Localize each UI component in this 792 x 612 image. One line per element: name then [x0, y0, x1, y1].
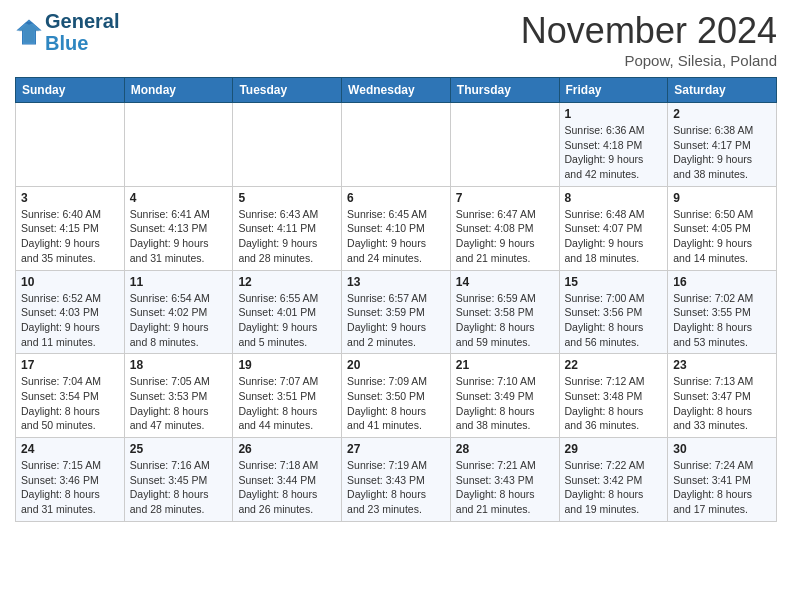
calendar-cell: 25Sunrise: 7:16 AM Sunset: 3:45 PM Dayli…	[124, 438, 233, 522]
day-info: Sunrise: 7:09 AM Sunset: 3:50 PM Dayligh…	[347, 374, 445, 433]
day-number: 6	[347, 191, 445, 205]
calendar-cell: 20Sunrise: 7:09 AM Sunset: 3:50 PM Dayli…	[342, 354, 451, 438]
location: Popow, Silesia, Poland	[521, 52, 777, 69]
day-number: 12	[238, 275, 336, 289]
day-number: 18	[130, 358, 228, 372]
calendar-cell: 19Sunrise: 7:07 AM Sunset: 3:51 PM Dayli…	[233, 354, 342, 438]
header: General Blue November 2024 Popow, Silesi…	[15, 10, 777, 69]
day-info: Sunrise: 7:00 AM Sunset: 3:56 PM Dayligh…	[565, 291, 663, 350]
day-info: Sunrise: 6:47 AM Sunset: 4:08 PM Dayligh…	[456, 207, 554, 266]
logo-icon	[15, 18, 43, 46]
calendar-cell: 10Sunrise: 6:52 AM Sunset: 4:03 PM Dayli…	[16, 270, 125, 354]
calendar-cell: 29Sunrise: 7:22 AM Sunset: 3:42 PM Dayli…	[559, 438, 668, 522]
calendar-cell: 27Sunrise: 7:19 AM Sunset: 3:43 PM Dayli…	[342, 438, 451, 522]
logo: General Blue	[15, 10, 119, 54]
day-info: Sunrise: 6:45 AM Sunset: 4:10 PM Dayligh…	[347, 207, 445, 266]
day-info: Sunrise: 7:13 AM Sunset: 3:47 PM Dayligh…	[673, 374, 771, 433]
header-cell-tuesday: Tuesday	[233, 78, 342, 103]
day-number: 8	[565, 191, 663, 205]
day-number: 25	[130, 442, 228, 456]
header-cell-saturday: Saturday	[668, 78, 777, 103]
calendar-cell	[450, 103, 559, 187]
calendar-cell	[342, 103, 451, 187]
day-number: 7	[456, 191, 554, 205]
calendar-cell: 17Sunrise: 7:04 AM Sunset: 3:54 PM Dayli…	[16, 354, 125, 438]
month-title: November 2024	[521, 10, 777, 52]
calendar-body: 1Sunrise: 6:36 AM Sunset: 4:18 PM Daylig…	[16, 103, 777, 522]
calendar-cell: 13Sunrise: 6:57 AM Sunset: 3:59 PM Dayli…	[342, 270, 451, 354]
logo-line2: Blue	[45, 32, 119, 54]
day-info: Sunrise: 6:40 AM Sunset: 4:15 PM Dayligh…	[21, 207, 119, 266]
day-info: Sunrise: 7:16 AM Sunset: 3:45 PM Dayligh…	[130, 458, 228, 517]
day-number: 3	[21, 191, 119, 205]
day-info: Sunrise: 6:48 AM Sunset: 4:07 PM Dayligh…	[565, 207, 663, 266]
calendar-cell: 23Sunrise: 7:13 AM Sunset: 3:47 PM Dayli…	[668, 354, 777, 438]
calendar-cell: 18Sunrise: 7:05 AM Sunset: 3:53 PM Dayli…	[124, 354, 233, 438]
day-info: Sunrise: 7:04 AM Sunset: 3:54 PM Dayligh…	[21, 374, 119, 433]
day-info: Sunrise: 7:15 AM Sunset: 3:46 PM Dayligh…	[21, 458, 119, 517]
logo-text-block: General Blue	[45, 10, 119, 54]
header-cell-friday: Friday	[559, 78, 668, 103]
day-info: Sunrise: 6:54 AM Sunset: 4:02 PM Dayligh…	[130, 291, 228, 350]
day-info: Sunrise: 6:55 AM Sunset: 4:01 PM Dayligh…	[238, 291, 336, 350]
calendar-cell: 7Sunrise: 6:47 AM Sunset: 4:08 PM Daylig…	[450, 186, 559, 270]
calendar-week-2: 3Sunrise: 6:40 AM Sunset: 4:15 PM Daylig…	[16, 186, 777, 270]
day-number: 10	[21, 275, 119, 289]
calendar-cell: 12Sunrise: 6:55 AM Sunset: 4:01 PM Dayli…	[233, 270, 342, 354]
header-row: SundayMondayTuesdayWednesdayThursdayFrid…	[16, 78, 777, 103]
calendar-week-1: 1Sunrise: 6:36 AM Sunset: 4:18 PM Daylig…	[16, 103, 777, 187]
day-number: 14	[456, 275, 554, 289]
logo-line1: General	[45, 10, 119, 32]
day-info: Sunrise: 7:10 AM Sunset: 3:49 PM Dayligh…	[456, 374, 554, 433]
calendar-cell	[233, 103, 342, 187]
day-info: Sunrise: 7:19 AM Sunset: 3:43 PM Dayligh…	[347, 458, 445, 517]
day-info: Sunrise: 6:57 AM Sunset: 3:59 PM Dayligh…	[347, 291, 445, 350]
calendar-cell: 11Sunrise: 6:54 AM Sunset: 4:02 PM Dayli…	[124, 270, 233, 354]
day-number: 28	[456, 442, 554, 456]
calendar-week-4: 17Sunrise: 7:04 AM Sunset: 3:54 PM Dayli…	[16, 354, 777, 438]
day-info: Sunrise: 6:36 AM Sunset: 4:18 PM Dayligh…	[565, 123, 663, 182]
day-number: 15	[565, 275, 663, 289]
day-number: 23	[673, 358, 771, 372]
calendar-cell: 5Sunrise: 6:43 AM Sunset: 4:11 PM Daylig…	[233, 186, 342, 270]
day-number: 20	[347, 358, 445, 372]
day-info: Sunrise: 7:05 AM Sunset: 3:53 PM Dayligh…	[130, 374, 228, 433]
day-number: 26	[238, 442, 336, 456]
day-info: Sunrise: 7:07 AM Sunset: 3:51 PM Dayligh…	[238, 374, 336, 433]
day-number: 29	[565, 442, 663, 456]
calendar-cell: 16Sunrise: 7:02 AM Sunset: 3:55 PM Dayli…	[668, 270, 777, 354]
calendar-week-5: 24Sunrise: 7:15 AM Sunset: 3:46 PM Dayli…	[16, 438, 777, 522]
calendar-cell: 4Sunrise: 6:41 AM Sunset: 4:13 PM Daylig…	[124, 186, 233, 270]
calendar-cell: 30Sunrise: 7:24 AM Sunset: 3:41 PM Dayli…	[668, 438, 777, 522]
calendar-cell: 26Sunrise: 7:18 AM Sunset: 3:44 PM Dayli…	[233, 438, 342, 522]
calendar-week-3: 10Sunrise: 6:52 AM Sunset: 4:03 PM Dayli…	[16, 270, 777, 354]
day-number: 24	[21, 442, 119, 456]
day-number: 22	[565, 358, 663, 372]
day-number: 21	[456, 358, 554, 372]
calendar-cell: 3Sunrise: 6:40 AM Sunset: 4:15 PM Daylig…	[16, 186, 125, 270]
day-number: 17	[21, 358, 119, 372]
day-number: 2	[673, 107, 771, 121]
day-info: Sunrise: 6:38 AM Sunset: 4:17 PM Dayligh…	[673, 123, 771, 182]
day-info: Sunrise: 6:50 AM Sunset: 4:05 PM Dayligh…	[673, 207, 771, 266]
calendar-cell: 21Sunrise: 7:10 AM Sunset: 3:49 PM Dayli…	[450, 354, 559, 438]
header-cell-thursday: Thursday	[450, 78, 559, 103]
day-number: 16	[673, 275, 771, 289]
header-cell-wednesday: Wednesday	[342, 78, 451, 103]
calendar-cell	[124, 103, 233, 187]
day-number: 1	[565, 107, 663, 121]
calendar-cell: 1Sunrise: 6:36 AM Sunset: 4:18 PM Daylig…	[559, 103, 668, 187]
calendar-cell: 22Sunrise: 7:12 AM Sunset: 3:48 PM Dayli…	[559, 354, 668, 438]
calendar-cell: 28Sunrise: 7:21 AM Sunset: 3:43 PM Dayli…	[450, 438, 559, 522]
day-info: Sunrise: 7:21 AM Sunset: 3:43 PM Dayligh…	[456, 458, 554, 517]
calendar-cell	[16, 103, 125, 187]
day-number: 13	[347, 275, 445, 289]
calendar-cell: 9Sunrise: 6:50 AM Sunset: 4:05 PM Daylig…	[668, 186, 777, 270]
calendar-cell: 6Sunrise: 6:45 AM Sunset: 4:10 PM Daylig…	[342, 186, 451, 270]
day-info: Sunrise: 6:59 AM Sunset: 3:58 PM Dayligh…	[456, 291, 554, 350]
calendar-cell: 14Sunrise: 6:59 AM Sunset: 3:58 PM Dayli…	[450, 270, 559, 354]
calendar-cell: 2Sunrise: 6:38 AM Sunset: 4:17 PM Daylig…	[668, 103, 777, 187]
day-number: 30	[673, 442, 771, 456]
day-info: Sunrise: 6:41 AM Sunset: 4:13 PM Dayligh…	[130, 207, 228, 266]
calendar-header: SundayMondayTuesdayWednesdayThursdayFrid…	[16, 78, 777, 103]
